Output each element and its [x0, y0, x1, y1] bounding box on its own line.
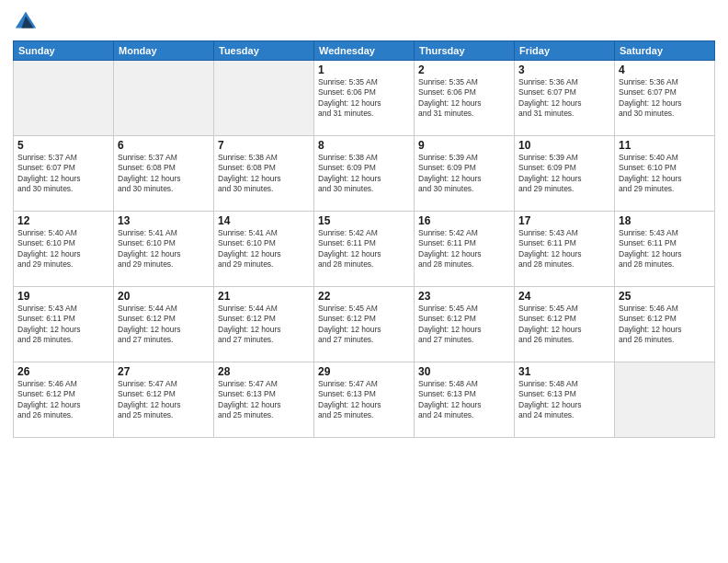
day-cell-17: 17Sunrise: 5:43 AM Sunset: 6:11 PM Dayli…: [515, 212, 615, 287]
day-cell-28: 28Sunrise: 5:47 AM Sunset: 6:13 PM Dayli…: [214, 362, 314, 438]
day-number: 30: [418, 365, 510, 378]
day-cell-19: 19Sunrise: 5:43 AM Sunset: 6:11 PM Dayli…: [14, 287, 114, 362]
day-cell-14: 14Sunrise: 5:41 AM Sunset: 6:10 PM Dayli…: [214, 212, 314, 287]
day-cell-10: 10Sunrise: 5:39 AM Sunset: 6:09 PM Dayli…: [515, 136, 615, 212]
day-info: Sunrise: 5:46 AM Sunset: 6:12 PM Dayligh…: [17, 379, 109, 421]
day-cell-24: 24Sunrise: 5:45 AM Sunset: 6:12 PM Dayli…: [515, 287, 615, 362]
day-info: Sunrise: 5:48 AM Sunset: 6:13 PM Dayligh…: [518, 379, 610, 421]
logo-icon: [13, 9, 39, 35]
day-info: Sunrise: 5:44 AM Sunset: 6:12 PM Dayligh…: [218, 304, 310, 346]
day-cell-4: 4Sunrise: 5:36 AM Sunset: 6:07 PM Daylig…: [615, 61, 715, 136]
day-number: 29: [318, 365, 410, 378]
day-info: Sunrise: 5:41 AM Sunset: 6:10 PM Dayligh…: [118, 228, 210, 270]
day-cell-27: 27Sunrise: 5:47 AM Sunset: 6:12 PM Dayli…: [114, 362, 214, 438]
day-info: Sunrise: 5:41 AM Sunset: 6:10 PM Dayligh…: [218, 228, 310, 270]
empty-cell: [14, 61, 114, 136]
day-number: 21: [218, 290, 310, 303]
day-cell-21: 21Sunrise: 5:44 AM Sunset: 6:12 PM Dayli…: [214, 287, 314, 362]
week-row-4: 26Sunrise: 5:46 AM Sunset: 6:12 PM Dayli…: [14, 362, 715, 438]
day-info: Sunrise: 5:45 AM Sunset: 6:12 PM Dayligh…: [418, 304, 510, 346]
day-cell-6: 6Sunrise: 5:37 AM Sunset: 6:08 PM Daylig…: [114, 136, 214, 212]
empty-cell: [615, 362, 715, 438]
day-cell-7: 7Sunrise: 5:38 AM Sunset: 6:08 PM Daylig…: [214, 136, 314, 212]
day-number: 8: [318, 139, 410, 152]
day-cell-1: 1Sunrise: 5:35 AM Sunset: 6:06 PM Daylig…: [314, 61, 415, 136]
day-cell-5: 5Sunrise: 5:37 AM Sunset: 6:07 PM Daylig…: [14, 136, 114, 212]
weekday-header-monday: Monday: [114, 41, 214, 61]
weekday-header-saturday: Saturday: [615, 41, 715, 61]
week-row-3: 19Sunrise: 5:43 AM Sunset: 6:11 PM Dayli…: [14, 287, 715, 362]
day-number: 1: [318, 63, 410, 76]
weekday-header-thursday: Thursday: [415, 41, 515, 61]
day-cell-2: 2Sunrise: 5:35 AM Sunset: 6:06 PM Daylig…: [415, 61, 515, 136]
day-number: 12: [17, 214, 109, 227]
day-cell-12: 12Sunrise: 5:40 AM Sunset: 6:10 PM Dayli…: [14, 212, 114, 287]
day-cell-30: 30Sunrise: 5:48 AM Sunset: 6:13 PM Dayli…: [415, 362, 515, 438]
day-number: 6: [118, 139, 210, 152]
day-info: Sunrise: 5:47 AM Sunset: 6:13 PM Dayligh…: [318, 379, 410, 421]
day-cell-18: 18Sunrise: 5:43 AM Sunset: 6:11 PM Dayli…: [615, 212, 715, 287]
day-info: Sunrise: 5:43 AM Sunset: 6:11 PM Dayligh…: [17, 304, 109, 346]
day-info: Sunrise: 5:37 AM Sunset: 6:07 PM Dayligh…: [17, 153, 109, 195]
day-info: Sunrise: 5:46 AM Sunset: 6:12 PM Dayligh…: [619, 304, 711, 346]
day-cell-8: 8Sunrise: 5:38 AM Sunset: 6:09 PM Daylig…: [314, 136, 415, 212]
day-cell-29: 29Sunrise: 5:47 AM Sunset: 6:13 PM Dayli…: [314, 362, 415, 438]
week-row-1: 5Sunrise: 5:37 AM Sunset: 6:07 PM Daylig…: [14, 136, 715, 212]
day-info: Sunrise: 5:38 AM Sunset: 6:08 PM Dayligh…: [218, 153, 310, 195]
day-cell-23: 23Sunrise: 5:45 AM Sunset: 6:12 PM Dayli…: [415, 287, 515, 362]
day-number: 7: [218, 139, 310, 152]
day-info: Sunrise: 5:36 AM Sunset: 6:07 PM Dayligh…: [518, 77, 610, 120]
day-number: 25: [619, 290, 711, 303]
day-number: 9: [418, 139, 510, 152]
day-number: 22: [318, 290, 410, 303]
day-cell-9: 9Sunrise: 5:39 AM Sunset: 6:09 PM Daylig…: [415, 136, 515, 212]
day-number: 27: [118, 365, 210, 378]
day-info: Sunrise: 5:39 AM Sunset: 6:09 PM Dayligh…: [518, 153, 610, 195]
day-info: Sunrise: 5:45 AM Sunset: 6:12 PM Dayligh…: [318, 304, 410, 346]
day-number: 23: [418, 290, 510, 303]
logo: [13, 9, 42, 35]
day-info: Sunrise: 5:38 AM Sunset: 6:09 PM Dayligh…: [318, 153, 410, 195]
day-number: 28: [218, 365, 310, 378]
day-number: 18: [619, 214, 711, 227]
day-number: 3: [518, 63, 610, 76]
day-number: 15: [318, 214, 410, 227]
day-cell-13: 13Sunrise: 5:41 AM Sunset: 6:10 PM Dayli…: [114, 212, 214, 287]
day-number: 14: [218, 214, 310, 227]
day-number: 17: [518, 214, 610, 227]
day-number: 2: [418, 63, 510, 76]
day-cell-15: 15Sunrise: 5:42 AM Sunset: 6:11 PM Dayli…: [314, 212, 415, 287]
day-number: 5: [17, 139, 109, 152]
header: [13, 9, 715, 35]
day-cell-22: 22Sunrise: 5:45 AM Sunset: 6:12 PM Dayli…: [314, 287, 415, 362]
day-cell-31: 31Sunrise: 5:48 AM Sunset: 6:13 PM Dayli…: [515, 362, 615, 438]
day-number: 10: [518, 139, 610, 152]
empty-cell: [214, 61, 314, 136]
day-info: Sunrise: 5:42 AM Sunset: 6:11 PM Dayligh…: [318, 228, 410, 270]
empty-cell: [114, 61, 214, 136]
day-info: Sunrise: 5:43 AM Sunset: 6:11 PM Dayligh…: [619, 228, 711, 270]
day-info: Sunrise: 5:39 AM Sunset: 6:09 PM Dayligh…: [418, 153, 510, 195]
weekday-header-friday: Friday: [515, 41, 615, 61]
week-row-2: 12Sunrise: 5:40 AM Sunset: 6:10 PM Dayli…: [14, 212, 715, 287]
day-info: Sunrise: 5:35 AM Sunset: 6:06 PM Dayligh…: [318, 77, 410, 120]
day-info: Sunrise: 5:45 AM Sunset: 6:12 PM Dayligh…: [518, 304, 610, 346]
day-cell-11: 11Sunrise: 5:40 AM Sunset: 6:10 PM Dayli…: [615, 136, 715, 212]
day-info: Sunrise: 5:40 AM Sunset: 6:10 PM Dayligh…: [619, 153, 711, 195]
day-cell-25: 25Sunrise: 5:46 AM Sunset: 6:12 PM Dayli…: [615, 287, 715, 362]
day-number: 31: [518, 365, 610, 378]
day-info: Sunrise: 5:48 AM Sunset: 6:13 PM Dayligh…: [418, 379, 510, 421]
day-info: Sunrise: 5:36 AM Sunset: 6:07 PM Dayligh…: [619, 77, 711, 120]
weekday-header-row: SundayMondayTuesdayWednesdayThursdayFrid…: [14, 41, 715, 61]
day-number: 11: [619, 139, 711, 152]
day-number: 24: [518, 290, 610, 303]
weekday-header-wednesday: Wednesday: [314, 41, 415, 61]
day-cell-16: 16Sunrise: 5:42 AM Sunset: 6:11 PM Dayli…: [415, 212, 515, 287]
calendar-table: SundayMondayTuesdayWednesdayThursdayFrid…: [13, 40, 715, 438]
day-info: Sunrise: 5:43 AM Sunset: 6:11 PM Dayligh…: [518, 228, 610, 270]
day-cell-20: 20Sunrise: 5:44 AM Sunset: 6:12 PM Dayli…: [114, 287, 214, 362]
day-info: Sunrise: 5:42 AM Sunset: 6:11 PM Dayligh…: [418, 228, 510, 270]
day-number: 20: [118, 290, 210, 303]
day-info: Sunrise: 5:37 AM Sunset: 6:08 PM Dayligh…: [118, 153, 210, 195]
day-info: Sunrise: 5:47 AM Sunset: 6:13 PM Dayligh…: [218, 379, 310, 421]
